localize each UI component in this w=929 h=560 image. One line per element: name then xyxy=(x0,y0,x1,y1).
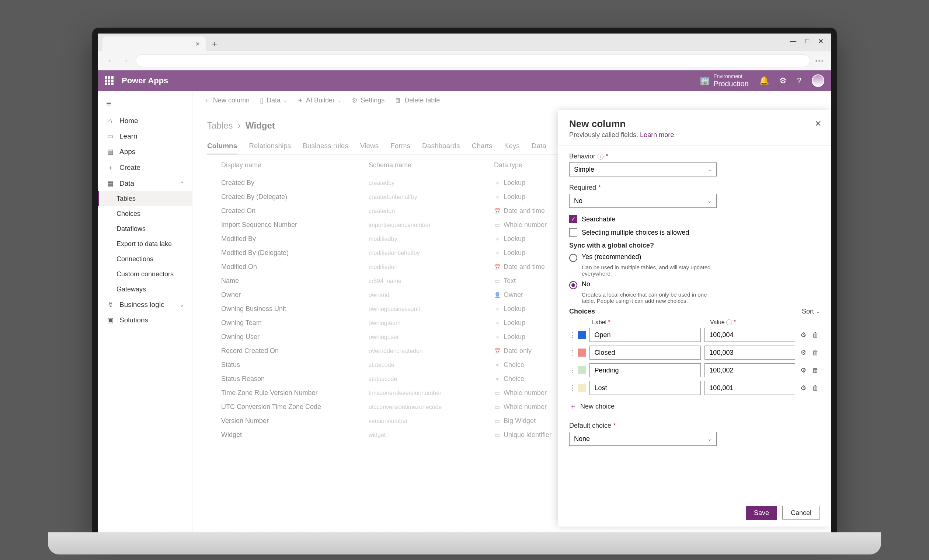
choice-value-input[interactable] xyxy=(705,328,795,342)
browser-address-bar: ← → ⋯ xyxy=(98,51,831,70)
tab-views[interactable]: Views xyxy=(360,138,379,155)
behavior-select[interactable]: Simple⌄ xyxy=(569,162,717,176)
sidebar-item-custom-connectors[interactable]: Custom connectors xyxy=(98,267,192,282)
sidebar-item-gateways[interactable]: Gateways xyxy=(98,282,192,297)
sidebar-toggle[interactable]: ≡ xyxy=(98,94,192,113)
default-choice-select[interactable]: None⌄ xyxy=(569,432,717,446)
sidebar-item-home[interactable]: ⌂Home xyxy=(98,113,192,129)
choice-settings-icon[interactable]: ⚙ xyxy=(799,366,807,374)
new-choice-button[interactable]: ＋ New choice xyxy=(569,399,820,415)
tab-close-icon[interactable]: × xyxy=(195,40,200,48)
sidebar-item-business-logic[interactable]: ↯Business logic⌄ xyxy=(98,297,192,312)
color-swatch[interactable] xyxy=(578,366,586,374)
learn-more-link[interactable]: Learn more xyxy=(640,131,674,139)
app-title: Power Apps xyxy=(122,76,168,86)
browser-more-icon[interactable]: ⋯ xyxy=(815,56,824,66)
tab-charts[interactable]: Charts xyxy=(472,138,492,155)
color-swatch[interactable] xyxy=(578,384,586,392)
sidebar-icon: ▭ xyxy=(106,132,114,140)
tab-dashboards[interactable]: Dashboards xyxy=(422,138,460,155)
info-icon[interactable]: i xyxy=(726,320,732,325)
window-minimize[interactable]: — xyxy=(789,37,796,45)
required-select[interactable]: No⌄ xyxy=(569,194,717,208)
choice-settings-icon[interactable]: ⚙ xyxy=(799,349,807,357)
save-button[interactable]: Save xyxy=(746,506,777,520)
choice-label-input[interactable] xyxy=(589,363,701,377)
help-icon[interactable]: ? xyxy=(797,76,802,86)
avatar[interactable] xyxy=(812,74,824,87)
settings-button[interactable]: ⚙Settings xyxy=(352,96,385,105)
sidebar-item-learn[interactable]: ▭Learn xyxy=(98,129,192,144)
sort-button[interactable]: Sort⌄ xyxy=(802,308,820,315)
command-bar: ＋New column ▯Data⌄ ✦AI Builder⌄ ⚙Setting… xyxy=(192,91,831,110)
settings-icon[interactable]: ⚙ xyxy=(779,76,787,86)
new-column-button[interactable]: ＋New column xyxy=(204,96,250,105)
environment-name: Production xyxy=(713,80,749,88)
notifications-icon[interactable]: 🔔 xyxy=(759,76,769,86)
tab-data[interactable]: Data xyxy=(532,138,546,155)
sidebar-item-connections[interactable]: Connections xyxy=(98,252,192,267)
color-swatch[interactable] xyxy=(578,349,586,357)
sidebar-item-tables[interactable]: Tables xyxy=(98,191,192,206)
sidebar: ≡ ⌂Home▭Learn▦Apps＋Create▤Data⌃ TablesCh… xyxy=(98,91,192,532)
choice-row: ⋮⋮ ⚙ 🗑 xyxy=(569,346,820,360)
drag-handle-icon[interactable]: ⋮⋮ xyxy=(569,384,574,392)
tab-columns[interactable]: Columns xyxy=(207,138,237,155)
color-swatch[interactable] xyxy=(578,331,586,339)
drag-handle-icon[interactable]: ⋮⋮ xyxy=(569,349,574,357)
drag-handle-icon[interactable]: ⋮⋮ xyxy=(569,366,574,374)
data-button[interactable]: ▯Data⌄ xyxy=(260,96,287,105)
choice-value-input[interactable] xyxy=(705,363,795,377)
cancel-button[interactable]: Cancel xyxy=(782,506,820,520)
browser-tab[interactable]: × xyxy=(103,37,206,51)
sidebar-item-solutions[interactable]: ▣Solutions xyxy=(98,312,192,328)
choice-value-input[interactable] xyxy=(705,381,795,395)
checkbox-icon xyxy=(569,228,577,237)
info-icon[interactable]: i xyxy=(598,154,604,159)
window-close[interactable]: ✕ xyxy=(818,37,823,45)
drag-handle-icon[interactable]: ⋮⋮ xyxy=(569,331,574,339)
multi-select-checkbox[interactable]: Selecting multiple choices is allowed xyxy=(569,228,820,237)
choice-delete-icon[interactable]: 🗑 xyxy=(811,349,820,357)
delete-table-button[interactable]: 🗑Delete table xyxy=(395,96,440,104)
panel-title: New column xyxy=(569,118,820,130)
environment-picker[interactable]: 🏢 Environment Production xyxy=(700,74,749,87)
sidebar-item-choices[interactable]: Choices xyxy=(98,206,192,222)
sidebar-icon: ▤ xyxy=(106,179,114,188)
sync-no-radio[interactable]: No xyxy=(569,280,820,289)
address-input[interactable] xyxy=(136,55,810,67)
tab-business-rules[interactable]: Business rules xyxy=(303,138,348,155)
browser-tab-strip: × ＋ — □ ✕ xyxy=(98,34,831,51)
window-maximize[interactable]: □ xyxy=(805,37,809,45)
sidebar-item-create[interactable]: ＋Create xyxy=(98,159,192,176)
tab-relationships[interactable]: Relationships xyxy=(249,138,291,155)
sidebar-item-dataflows[interactable]: Dataflows xyxy=(98,222,192,237)
nav-forward[interactable]: → xyxy=(118,57,131,65)
choice-value-input[interactable] xyxy=(705,346,795,360)
sync-yes-radio[interactable]: Yes (recommended) xyxy=(569,253,820,262)
choice-settings-icon[interactable]: ⚙ xyxy=(799,384,807,392)
tab-forms[interactable]: Forms xyxy=(390,138,410,155)
sidebar-item-apps[interactable]: ▦Apps xyxy=(98,144,192,159)
sidebar-icon: ＋ xyxy=(106,163,114,172)
choice-delete-icon[interactable]: 🗑 xyxy=(811,384,820,392)
new-column-panel: New column Previously called fields. Lea… xyxy=(558,110,831,526)
new-tab-button[interactable]: ＋ xyxy=(208,37,221,50)
environment-label: Environment xyxy=(713,74,749,79)
sidebar-item-export-to-data-lake[interactable]: Export to data lake xyxy=(98,237,192,252)
searchable-checkbox[interactable]: ✓ Searchable xyxy=(569,215,820,223)
choice-label-input[interactable] xyxy=(589,328,701,342)
sidebar-item-data[interactable]: ▤Data⌃ xyxy=(98,176,192,191)
choices-title: Choices xyxy=(569,308,595,315)
tab-keys[interactable]: Keys xyxy=(504,138,520,155)
choice-delete-icon[interactable]: 🗑 xyxy=(811,367,820,374)
choice-settings-icon[interactable]: ⚙ xyxy=(799,331,807,339)
ai-builder-button[interactable]: ✦AI Builder⌄ xyxy=(297,96,341,105)
app-launcher-icon[interactable] xyxy=(105,76,113,85)
nav-back[interactable]: ← xyxy=(105,57,118,65)
choice-label-input[interactable] xyxy=(589,346,701,360)
panel-close-icon[interactable]: ✕ xyxy=(815,119,821,129)
choice-label-input[interactable] xyxy=(589,381,701,395)
choice-delete-icon[interactable]: 🗑 xyxy=(811,331,820,339)
breadcrumb-parent[interactable]: Tables xyxy=(207,121,233,130)
